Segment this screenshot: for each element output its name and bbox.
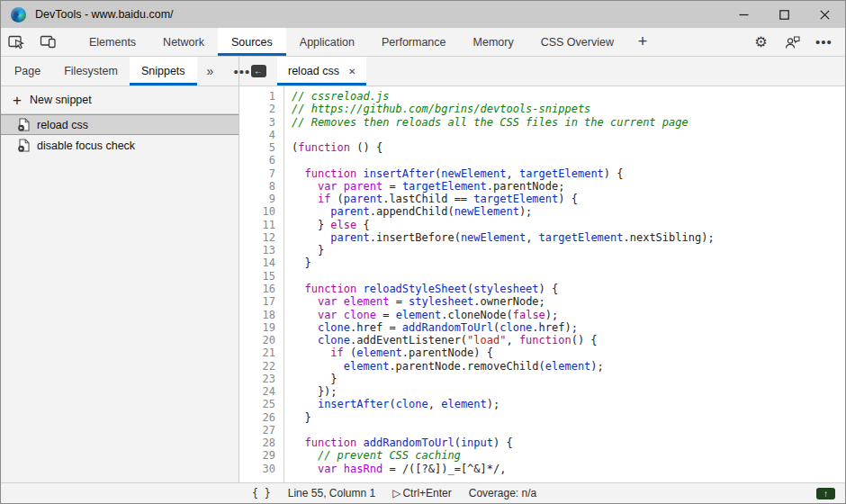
tab-performance[interactable]: Performance: [368, 28, 460, 56]
code-line[interactable]: insertAfter(clone, element);: [292, 398, 845, 410]
code-line[interactable]: element.parentNode.removeChild(element);: [292, 360, 845, 373]
sidebar-tab-page[interactable]: Page: [3, 57, 52, 86]
line-number[interactable]: 12: [239, 231, 275, 244]
maximize-button[interactable]: [764, 1, 805, 28]
snippets-sidebar: + New snippet reload cssdisable focus ch…: [1, 86, 239, 482]
code-line[interactable]: function reloadStyleSheet(stylesheet) {: [292, 283, 845, 295]
device-toolbar-icon[interactable]: [32, 28, 64, 56]
line-number[interactable]: 14: [239, 256, 275, 269]
new-snippet-label: New snippet: [30, 94, 92, 106]
code-line[interactable]: // cssreload.js: [292, 90, 845, 103]
snippet-item-reload-css[interactable]: reload css: [1, 114, 238, 135]
code-line[interactable]: (function () {: [292, 141, 845, 154]
line-number[interactable]: 1: [239, 90, 275, 103]
code-line[interactable]: }: [292, 256, 845, 269]
line-number[interactable]: 4: [239, 129, 275, 141]
code-line[interactable]: var parent = targetElement.parentNode;: [292, 180, 845, 193]
code-line[interactable]: }: [292, 373, 845, 385]
code-line[interactable]: [292, 154, 845, 166]
minimize-button[interactable]: [724, 1, 764, 28]
close-button[interactable]: [805, 1, 845, 28]
tab-application[interactable]: Application: [286, 28, 368, 56]
line-number[interactable]: 11: [239, 219, 275, 231]
code-line[interactable]: var element = stylesheet.ownerNode;: [292, 295, 845, 308]
line-number[interactable]: 22: [239, 360, 275, 373]
pretty-print-icon[interactable]: { }: [252, 487, 271, 500]
line-number[interactable]: 10: [239, 205, 275, 218]
line-number[interactable]: 17: [239, 295, 275, 308]
line-number[interactable]: 2: [239, 103, 275, 115]
code-line[interactable]: clone.addEventListener("load", function(…: [292, 334, 845, 346]
line-number[interactable]: 25: [239, 398, 275, 410]
code-line[interactable]: // https://github.com/bgrins/devtools-sn…: [292, 103, 845, 115]
line-number[interactable]: 27: [239, 424, 275, 436]
code-line[interactable]: });: [292, 385, 845, 398]
window-title: DevTools - www.baidu.com/: [35, 8, 174, 21]
line-number[interactable]: 26: [239, 411, 275, 424]
inspect-element-icon[interactable]: [1, 28, 32, 56]
code-line[interactable]: if (parent.lastChild == targetElement) {: [292, 193, 845, 205]
line-number[interactable]: 15: [239, 270, 275, 283]
line-number[interactable]: 16: [239, 283, 275, 295]
tab-css-overview[interactable]: CSS Overview: [527, 28, 627, 56]
tab-elements[interactable]: Elements: [76, 28, 149, 56]
line-number[interactable]: 21: [239, 346, 275, 359]
sidebar-tab-filesystem[interactable]: Filesystem: [52, 57, 130, 86]
editor-tab-reload-css[interactable]: reload css ✕: [277, 57, 366, 86]
code-line[interactable]: function addRandomToUrl(input) {: [292, 436, 845, 449]
tab-network[interactable]: Network: [149, 28, 218, 56]
snippet-item-disable-focus-check[interactable]: disable focus check: [1, 135, 238, 156]
new-snippet-button[interactable]: + New snippet: [1, 86, 238, 114]
settings-gear-icon[interactable]: ⚙: [745, 28, 777, 56]
tab-sources[interactable]: Sources: [218, 28, 286, 56]
code-line[interactable]: // prevent CSS caching: [292, 449, 845, 462]
line-number[interactable]: 28: [239, 436, 275, 449]
feedback-icon[interactable]: [777, 28, 808, 56]
more-tools-add-icon[interactable]: +: [627, 28, 658, 56]
snippet-item-label: disable focus check: [37, 140, 135, 152]
code-line[interactable]: var clone = element.cloneNode(false);: [292, 309, 845, 321]
customize-menu-icon[interactable]: •••: [808, 28, 840, 56]
code-editor[interactable]: 1234567891011121314151617181920212223242…: [239, 86, 845, 482]
line-number[interactable]: 9: [239, 193, 275, 205]
code-line[interactable]: [292, 270, 845, 283]
code-line[interactable]: function insertAfter(newElement, targetE…: [292, 167, 845, 180]
line-number[interactable]: 18: [239, 309, 275, 321]
tab-close-icon[interactable]: ✕: [348, 67, 356, 76]
subheader: PageFilesystemSnippets » ••• ← reload cs…: [1, 57, 845, 86]
snippet-item-label: reload css: [37, 119, 88, 131]
code-lines[interactable]: // cssreload.js// https://github.com/bgr…: [284, 86, 845, 482]
line-number[interactable]: 7: [239, 167, 275, 180]
code-line[interactable]: [292, 129, 845, 141]
code-line[interactable]: var hasRnd = /([?&])_=[^&]*/,: [292, 463, 845, 475]
snippet-list: reload cssdisable focus check: [1, 114, 238, 156]
line-number[interactable]: 13: [239, 244, 275, 256]
code-line[interactable]: parent.appendChild(newElement);: [292, 205, 845, 218]
code-line[interactable]: }: [292, 411, 845, 424]
more-navigator-tabs-icon[interactable]: »: [197, 57, 224, 86]
code-line[interactable]: [292, 424, 845, 436]
code-line[interactable]: // Removes then reloads all the CSS file…: [292, 116, 845, 129]
code-line[interactable]: clone.href = addRandomToUrl(clone.href);: [292, 321, 845, 334]
code-line[interactable]: if (element.parentNode) {: [292, 346, 845, 359]
navigator-toggle-icon[interactable]: ←: [239, 57, 277, 86]
code-line[interactable]: } else {: [292, 219, 845, 231]
plus-icon: +: [13, 93, 22, 108]
line-number[interactable]: 19: [239, 321, 275, 334]
line-number[interactable]: 30: [239, 463, 275, 475]
line-number[interactable]: 23: [239, 373, 275, 385]
line-number[interactable]: 24: [239, 385, 275, 398]
line-number[interactable]: 3: [239, 116, 275, 129]
line-number[interactable]: 20: [239, 334, 275, 346]
editor-tabstrip: ← reload css ✕: [239, 57, 845, 86]
sidebar-tab-snippets[interactable]: Snippets: [130, 57, 197, 86]
line-number[interactable]: 5: [239, 141, 275, 154]
line-number[interactable]: 6: [239, 154, 275, 166]
line-number[interactable]: 29: [239, 449, 275, 462]
code-line[interactable]: }: [292, 244, 845, 256]
line-number[interactable]: 8: [239, 180, 275, 193]
devtools-window: DevTools - www.baidu.com/: [0, 0, 846, 504]
code-line[interactable]: parent.insertBefore(newElement, targetEl…: [292, 231, 845, 244]
drawer-toggle-icon[interactable]: ↑: [816, 488, 835, 500]
tab-memory[interactable]: Memory: [460, 28, 527, 56]
